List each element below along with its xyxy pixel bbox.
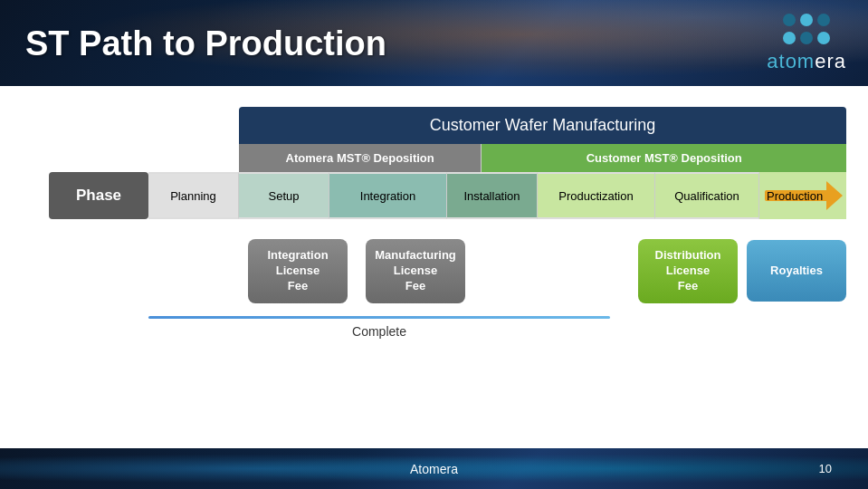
phase-integration: Integration bbox=[329, 172, 447, 219]
sub-header-atomera: Atomera MST® Deposition bbox=[239, 144, 482, 172]
page-title: ST Path to Production bbox=[25, 24, 386, 62]
logo-dot-6 bbox=[817, 32, 830, 44]
main-content: Customer Wafer Manufacturing Atomera MST… bbox=[0, 86, 868, 448]
complete-section: Complete bbox=[148, 316, 846, 339]
orange-tip bbox=[826, 181, 843, 210]
phase-planning: Planning bbox=[148, 172, 239, 219]
fee-integration-box: IntegrationLicenseFee bbox=[248, 239, 348, 303]
logo-era: era bbox=[815, 50, 846, 72]
header: ST Path to Production atomera bbox=[0, 0, 868, 86]
phase-production-wrapper: Production bbox=[759, 172, 846, 219]
fee-manufacturing-box: ManufacturingLicenseFee bbox=[366, 239, 465, 303]
logo-dots-top bbox=[783, 14, 830, 26]
logo-dot-3 bbox=[817, 14, 830, 26]
complete-line bbox=[148, 316, 610, 319]
top-banner: Customer Wafer Manufacturing bbox=[239, 107, 846, 144]
phase-setup: Setup bbox=[239, 172, 329, 219]
fee-row: IntegrationLicenseFee ManufacturingLicen… bbox=[148, 239, 846, 303]
logo-dot-2 bbox=[800, 14, 813, 26]
phase-qualification: Qualification bbox=[655, 172, 759, 219]
sub-header-customer: Customer MST® Deposition bbox=[482, 144, 846, 172]
sub-header-row: Atomera MST® Deposition Customer MST® De… bbox=[239, 144, 846, 172]
fee-royalties-box: Royalties bbox=[747, 240, 846, 302]
footer-page-number: 10 bbox=[819, 462, 832, 475]
phase-label: Phase bbox=[49, 172, 148, 219]
logo-text: atomera bbox=[767, 50, 846, 73]
logo-dot-1 bbox=[783, 14, 796, 26]
fee-distribution-box: DistributionLicenseFee bbox=[638, 239, 738, 303]
footer-center-text: Atomera bbox=[410, 462, 458, 476]
logo-dot-5 bbox=[800, 32, 813, 44]
phase-cells: Planning Setup Integration Installation … bbox=[148, 172, 846, 219]
phase-row: Phase Planning Setup Integration Install… bbox=[49, 172, 846, 219]
logo-dots-bottom bbox=[783, 32, 830, 44]
phase-production: Production bbox=[759, 189, 823, 203]
logo: atomera bbox=[767, 14, 846, 73]
diagram: Customer Wafer Manufacturing Atomera MST… bbox=[49, 107, 846, 339]
phase-productization: Productization bbox=[538, 172, 655, 219]
phase-installation: Installation bbox=[447, 172, 538, 219]
logo-dot-4 bbox=[783, 32, 796, 44]
complete-text: Complete bbox=[148, 324, 610, 339]
logo-atom: atom bbox=[767, 50, 815, 72]
footer: Atomera 10 bbox=[0, 448, 868, 489]
